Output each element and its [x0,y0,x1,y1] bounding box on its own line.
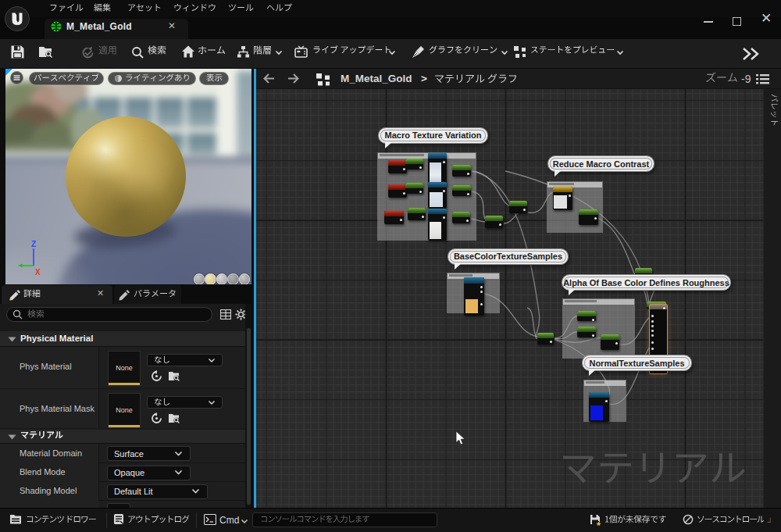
svg-text:X: X [35,268,41,277]
svg-text:Z: Z [31,240,36,248]
